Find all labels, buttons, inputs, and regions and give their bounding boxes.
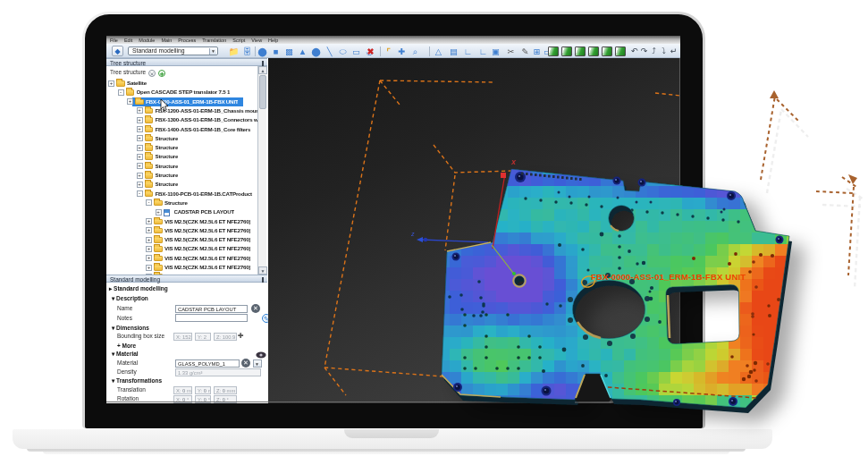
svg-text:z: z <box>410 231 415 237</box>
